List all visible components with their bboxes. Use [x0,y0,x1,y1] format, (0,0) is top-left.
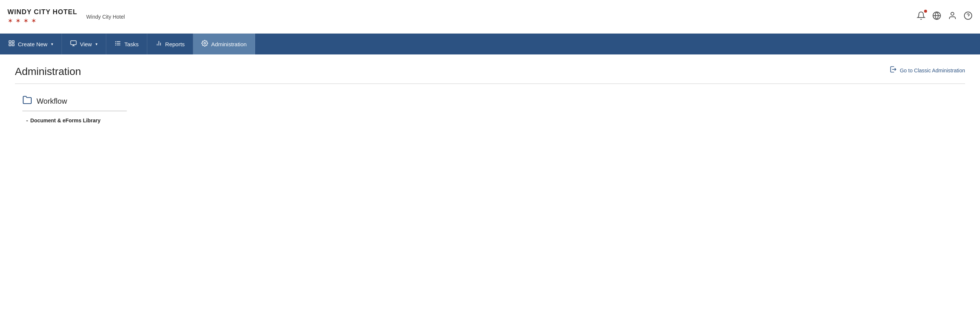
document-eforms-label[interactable]: Document & eForms Library [30,118,100,124]
globe-icon [932,11,941,20]
nav-administration[interactable]: Administration [193,33,255,54]
star-1: ✶ [8,17,13,25]
workflow-title: Workflow [37,97,67,105]
reports-label: Reports [165,41,185,48]
classic-admin-link[interactable]: Go to Classic Administration [889,66,965,75]
star-3: ✶ [23,17,29,25]
help-icon [964,11,972,20]
administration-svg-icon [201,40,208,47]
create-new-chevron: ▾ [51,42,53,47]
page-title: Administration [15,66,81,78]
star-2: ✶ [15,17,21,25]
administration-icon [201,40,208,48]
classic-link-svg-icon [889,66,897,73]
create-new-svg-icon [8,40,15,47]
logo-stars: ✶ ✶ ✶ ✶ [8,17,77,25]
administration-label: Administration [211,41,247,48]
svg-point-2 [951,12,954,15]
create-new-label: Create New [18,41,47,48]
navbar: Create New ▾ View ▾ Tasks [0,33,980,54]
user-icon [948,11,957,20]
svg-rect-6 [12,41,14,43]
star-4: ✶ [31,17,37,25]
header-icons [916,11,972,22]
create-new-icon [8,40,15,48]
logo-area: WINDY CITY HOTEL ✶ ✶ ✶ ✶ Windy City Hote… [8,8,125,25]
bell-icon [916,11,926,20]
nav-tasks[interactable]: Tasks [106,33,147,54]
notification-badge [924,10,927,13]
globe-icon-container[interactable] [932,11,941,22]
view-icon [70,40,77,48]
logo-text: WINDY CITY HOTEL ✶ ✶ ✶ ✶ [8,8,77,25]
nav-create-new[interactable]: Create New ▾ [0,33,62,54]
svg-rect-8 [12,44,14,46]
reports-icon [156,40,162,48]
view-label: View [80,41,92,48]
list-item[interactable]: - Document & eForms Library [26,116,965,125]
folder-icon [22,95,32,107]
section-divider [22,111,127,111]
view-chevron: ▾ [95,42,98,47]
header: WINDY CITY HOTEL ✶ ✶ ✶ ✶ Windy City Hote… [0,0,980,33]
main-content: Administration Go to Classic Administrat… [0,54,980,137]
section-items: - Document & eForms Library [26,116,965,125]
tasks-svg-icon [115,40,121,47]
workflow-section: Workflow - Document & eForms Library [22,95,965,125]
nav-view[interactable]: View ▾ [62,33,106,54]
svg-rect-5 [9,41,11,43]
tasks-label: Tasks [124,41,138,48]
folder-svg-icon [22,95,32,105]
reports-svg-icon [156,40,162,47]
item-dash: - [26,117,28,124]
logo-title: WINDY CITY HOTEL [8,8,77,16]
svg-point-18 [204,43,206,45]
svg-rect-9 [71,41,76,45]
page-header: Administration Go to Classic Administrat… [15,66,965,84]
classic-link-icon [889,66,897,75]
logo-subtitle: Windy City Hotel [86,14,124,20]
classic-link-label: Go to Classic Administration [900,67,965,73]
tasks-icon [115,40,121,48]
nav-reports[interactable]: Reports [147,33,194,54]
svg-rect-7 [9,44,11,46]
user-icon-container[interactable] [948,11,957,22]
view-svg-icon [70,40,77,47]
section-header: Workflow [22,95,965,107]
help-icon-container[interactable] [964,11,972,22]
bell-icon-container[interactable] [916,11,926,22]
